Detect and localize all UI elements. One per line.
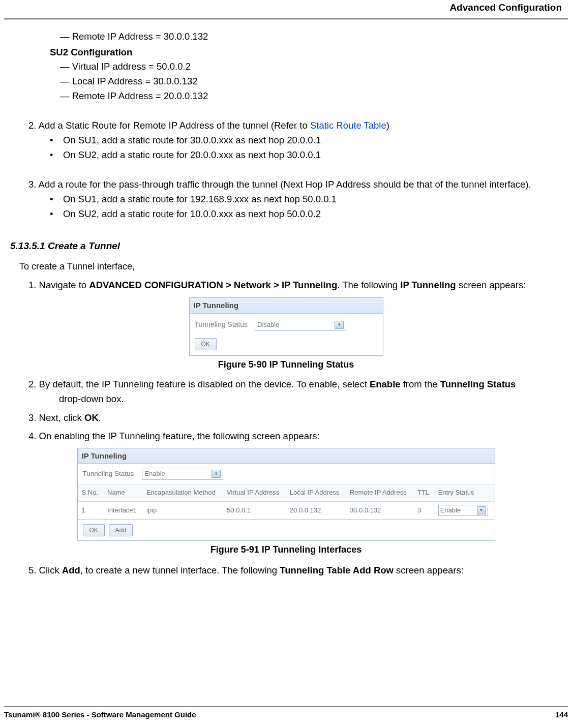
th-ttl: TTL [413, 484, 434, 501]
s3c: . [99, 412, 101, 423]
ok-button[interactable]: OK [83, 524, 105, 537]
s2b: Enable [370, 379, 401, 389]
s1a: 1. Navigate to [28, 280, 89, 290]
table-row: 1 Interface1 ipip 50.0.0.1 20.0.0.132 30… [78, 501, 495, 519]
th-lip: Local IP Address [286, 484, 346, 501]
tunneling-status-select[interactable]: Enable ▾ [142, 468, 223, 480]
th-name: Name [103, 484, 142, 501]
s2c: from the [401, 379, 440, 389]
s5e: screen appears: [394, 565, 464, 575]
figure-5-91-caption: Figure 5-91 IP Tunneling Interfaces [10, 543, 562, 557]
create-step-3: 3. Next, click OK. [28, 411, 562, 426]
tunneling-status-value: Enable [144, 469, 165, 479]
td-entry: Enable ▾ [434, 501, 495, 519]
td-lip: 20.0.0.132 [286, 501, 346, 519]
su1-remote-line: Remote IP Address = 30.0.0.132 [60, 29, 562, 44]
add-button[interactable]: Add [109, 524, 133, 537]
page-number: 144 [555, 710, 568, 719]
header-rule [4, 18, 568, 20]
td-encap: ipip [142, 501, 223, 519]
section-intro: To create a Tunnel interface, [19, 260, 562, 274]
bullet-dot: • [50, 133, 63, 148]
panel-title: IP Tunneling [190, 298, 383, 313]
static-route-table-link[interactable]: Static Route Table [310, 120, 386, 131]
figure-5-90-caption: Figure 5-90 IP Tunneling Status [10, 358, 562, 372]
step2-bullet2: On SU2, add a static route for 20.0.0.xx… [63, 148, 321, 163]
s5a: 5. Click [28, 565, 62, 575]
section-heading-create-tunnel: 5.13.5.1 Create a Tunnel [10, 238, 562, 253]
bullet-dot: • [50, 207, 63, 222]
th-entry: Entry Status [434, 484, 495, 501]
th-vip: Virtual IP Address [223, 484, 286, 501]
footer-left: Tsunami® 8100 Series - Software Manageme… [4, 710, 196, 719]
td-name: Interface1 [103, 501, 142, 519]
td-rip: 30.0.0.132 [346, 501, 413, 519]
s5d: Tunneling Table Add Row [280, 565, 394, 575]
step-3: 3. Add a route for the pass-through traf… [28, 177, 562, 192]
th-rip: Remote IP Address [346, 484, 413, 501]
tunneling-status-label: Tunneling Status [195, 319, 248, 330]
bullet-dot: • [50, 192, 63, 207]
su2-remote-line: Remote IP Address = 20.0.0.132 [60, 89, 562, 104]
step2-bullet1: On SU1, add a static route for 30.0.0.xx… [63, 133, 321, 148]
s5b: Add [62, 565, 80, 575]
panel-title: IP Tunneling [78, 448, 495, 464]
chevron-down-icon: ▾ [212, 470, 221, 478]
s5c: , to create a new tunnel interface. The … [80, 565, 280, 575]
create-step-1: 1. Navigate to ADVANCED CONFIGURATION > … [28, 278, 562, 293]
s1e: screen appears: [456, 280, 526, 290]
bullet-dot: • [50, 148, 63, 163]
td-ttl: 3 [413, 501, 434, 519]
figure-ip-tunneling-status-panel: IP Tunneling Tunneling Status Disable ▾ … [189, 297, 383, 356]
s1d: IP Tunneling [400, 280, 456, 290]
s1c: . The following [337, 280, 400, 290]
chevron-down-icon: ▾ [477, 506, 486, 514]
figure-ip-tunneling-interfaces-panel: IP Tunneling Tunneling Status Enable ▾ S… [77, 448, 495, 541]
create-step-4: 4. On enabling the IP Tunneling feature,… [28, 429, 562, 444]
su2-heading: SU2 Configuration [50, 45, 562, 60]
create-step-2: 2. By default, the IP Tunneling feature … [28, 377, 562, 406]
th-sno: S.No. [78, 484, 104, 501]
s2e: drop-down box. [59, 393, 124, 404]
entry-status-select[interactable]: Enable ▾ [438, 505, 488, 516]
tunneling-interfaces-table: S.No. Name Encapasulation Method Virtual… [78, 484, 495, 519]
step-2: 2. Add a Static Route for Remote IP Addr… [28, 118, 562, 133]
nav-path: ADVANCED CONFIGURATION > Network > IP Tu… [89, 280, 337, 290]
s2a: 2. By default, the IP Tunneling feature … [28, 379, 370, 389]
ok-button[interactable]: OK [195, 338, 217, 351]
create-step-5: 5. Click Add, to create a new tunnel int… [28, 563, 562, 578]
step3-bullet2: On SU2, add a static route for 10.0.0.xx… [63, 207, 321, 222]
tunneling-status-value: Disable [257, 320, 279, 330]
page-header-title: Advanced Configuration [449, 2, 562, 13]
tunneling-status-label: Tunneling Status [83, 469, 134, 479]
entry-status-value: Enable [440, 505, 461, 515]
td-sno: 1 [78, 501, 104, 519]
su2-virtual-line: Virtual IP address = 50.0.0.2 [60, 59, 562, 74]
s2d: Tunneling Status [440, 379, 516, 389]
su2-local-line: Local IP Address = 30.0.0.132 [60, 74, 562, 89]
s3a: 3. Next, click [28, 412, 84, 423]
td-vip: 50.0.0.1 [223, 501, 286, 519]
th-encap: Encapasulation Method [142, 484, 223, 501]
step-2-text-b: ) [386, 120, 389, 131]
tunneling-status-select[interactable]: Disable ▾ [255, 319, 346, 331]
step-2-text-a: 2. Add a Static Route for Remote IP Addr… [28, 120, 310, 131]
page-footer: Tsunami® 8100 Series - Software Manageme… [4, 706, 568, 719]
chevron-down-icon: ▾ [335, 321, 344, 329]
step3-bullet1: On SU1, add a static route for 192.168.9… [63, 192, 337, 207]
s3b: OK [84, 412, 99, 423]
